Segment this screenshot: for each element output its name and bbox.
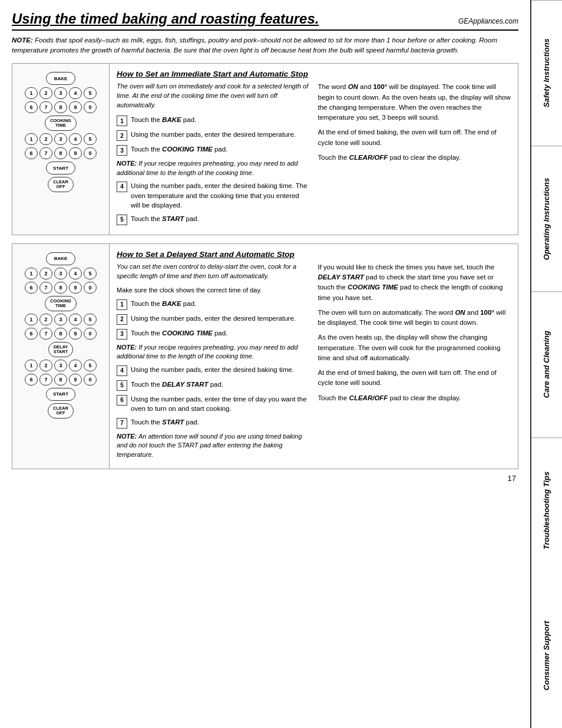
keypad-panel-2: BAKE 1 2 3 4 5 6 7 8 9 0 COOKING TIME [12,244,110,469]
key-9[interactable]: 9 [69,101,82,113]
key-3e[interactable]: 3 [54,360,67,371]
key-1b[interactable]: 1 [25,133,38,145]
step-num-1-3: 3 [117,145,127,156]
section2-right-p5: Touch the CLEAR/OFF pad to clear the dis… [318,393,511,403]
section2-right-p2: The oven will turn on automatically. The… [318,308,511,328]
key-0e[interactable]: 0 [84,374,97,386]
sidebar-item-troubleshooting[interactable]: Troubleshooting Tips [531,437,562,583]
key-7c[interactable]: 7 [39,282,52,294]
section2-note-end: NOTE: An attention tone will sound if yo… [117,432,310,459]
bake-key-2[interactable]: BAKE [46,252,75,265]
key-2d[interactable]: 2 [39,314,52,325]
step-num-2-2: 2 [117,314,127,325]
key-5[interactable]: 5 [84,87,97,99]
start-key-1[interactable]: START [46,162,75,174]
key-1e[interactable]: 1 [25,360,38,371]
key-row-4-bot: 6 7 8 9 0 [25,328,97,340]
key-6d[interactable]: 6 [25,328,38,340]
key-0[interactable]: 0 [84,101,97,113]
step-num-2-6: 6 [117,395,127,406]
delay-start-key[interactable]: DELAY START [48,342,74,357]
key-5c[interactable]: 5 [84,268,97,279]
sidebar-item-safety[interactable]: Safety Instructions [531,0,562,146]
page-title: Using the timed baking and roasting feat… [12,11,319,27]
key-1d[interactable]: 1 [25,314,38,325]
step-num-1-2: 2 [117,130,127,141]
section2-columns: You can set the oven control to delay-st… [117,262,511,463]
key-6e[interactable]: 6 [25,374,38,386]
key-5d[interactable]: 5 [84,314,97,325]
bake-key-1[interactable]: BAKE [46,72,75,85]
section1-intro: The oven will turn on immediately and co… [117,82,310,110]
key-row-5-bot: 6 7 8 9 0 [25,374,97,386]
section1-note: NOTE: If your recipe requires preheating… [117,159,310,177]
section2-right-p1: If you would like to check the times you… [318,262,511,303]
key-8d[interactable]: 8 [54,328,67,340]
key-7b[interactable]: 7 [39,147,52,159]
key-1[interactable]: 1 [25,87,38,99]
key-4d[interactable]: 4 [69,314,82,325]
section1-left: The oven will turn on immediately and co… [117,82,310,229]
key-9e[interactable]: 9 [69,374,82,386]
note-text: Foods that spoil easily–such as milk, eg… [12,37,497,54]
key-8[interactable]: 8 [54,101,67,113]
key-7[interactable]: 7 [39,101,52,113]
section2-intro2: Make sure the clock shows the correct ti… [117,286,310,295]
sidebar: Safety Instructions Operating Instructio… [531,0,562,728]
clear-off-key-2[interactable]: CLEAR OFF [48,403,74,419]
step-2-1: 1 Touch the BAKE pad. [117,299,310,310]
key-9c[interactable]: 9 [69,282,82,294]
key-row-3-bot: 6 7 8 9 0 [25,282,97,294]
sidebar-item-operating[interactable]: Operating Instructions [531,146,562,291]
key-7e[interactable]: 7 [39,374,52,386]
step-1-2: 2 Using the number pads, enter the desir… [117,130,310,141]
clear-off-key-1[interactable]: CLEAR OFF [48,177,74,192]
step-num-1-5: 5 [117,215,127,225]
key-9b[interactable]: 9 [69,147,82,159]
key-row-3-top: 1 2 3 4 5 [25,268,97,279]
section1-heading: How to Set an Immediate Start and Automa… [117,70,511,78]
key-3c[interactable]: 3 [54,268,67,279]
key-5b[interactable]: 5 [84,133,97,145]
key-8b[interactable]: 8 [54,147,67,159]
section1-right-p1: The word ON and 100° will be displayed. … [318,82,511,123]
cooking-time-key-1[interactable]: COOKING TIME [45,116,77,131]
step-text-2-5: Touch the DELAY START pad. [131,380,223,390]
key-9d[interactable]: 9 [69,328,82,340]
key-6c[interactable]: 6 [25,282,38,294]
key-6[interactable]: 6 [25,101,38,113]
step-text-1-5: Touch the START pad. [131,214,199,224]
key-2e[interactable]: 2 [39,360,52,371]
sidebar-item-care[interactable]: Care and Cleaning [531,291,562,437]
key-7d[interactable]: 7 [39,328,52,340]
key-2b[interactable]: 2 [39,133,52,145]
key-4b[interactable]: 4 [69,133,82,145]
page-number: 17 [12,474,518,483]
key-4[interactable]: 4 [69,87,82,99]
key-8c[interactable]: 8 [54,282,67,294]
key-row-2-bot: 6 7 8 9 0 [25,147,97,159]
key-3d[interactable]: 3 [54,314,67,325]
step-num-1-1: 1 [117,116,127,126]
key-0c[interactable]: 0 [84,282,97,294]
key-0b[interactable]: 0 [84,147,97,159]
key-1c[interactable]: 1 [25,268,38,279]
key-8e[interactable]: 8 [54,374,67,386]
cooking-time-key-2[interactable]: COOKING TIME [45,296,77,311]
key-6b[interactable]: 6 [25,147,38,159]
start-key-2[interactable]: START [46,388,75,401]
sidebar-item-consumer[interactable]: Consumer Support [531,583,562,728]
key-3b[interactable]: 3 [54,133,67,145]
step-num-1-4: 4 [117,182,127,192]
key-2c[interactable]: 2 [39,268,52,279]
section-delayed-start: BAKE 1 2 3 4 5 6 7 8 9 0 COOKING TIME [12,243,518,469]
key-4c[interactable]: 4 [69,268,82,279]
key-5e[interactable]: 5 [84,360,97,371]
step-num-2-3: 3 [117,329,127,340]
key-3[interactable]: 3 [54,87,67,99]
key-0d[interactable]: 0 [84,328,97,340]
section2-right: If you would like to check the times you… [318,262,511,463]
key-2[interactable]: 2 [39,87,52,99]
key-4e[interactable]: 4 [69,360,82,371]
instructions-panel-2: How to Set a Delayed Start and Automatic… [110,244,518,469]
